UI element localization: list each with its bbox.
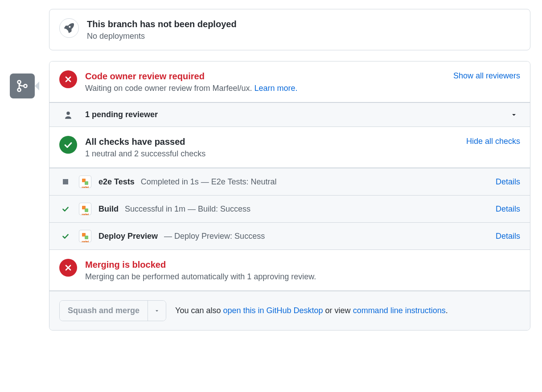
review-required-subtitle: Waiting on code owner review from Marfee… [85, 84, 520, 93]
check-row: marfeel BuildSuccessful in 1m — Build: S… [49, 195, 530, 222]
check-summary: Completed in 1s — E2e Tests: Neutral [141, 177, 277, 186]
check-summary: — Deploy Preview: Success [164, 232, 265, 241]
chevron-down-icon [510, 111, 517, 118]
merge-method-dropdown[interactable] [148, 301, 166, 321]
merging-blocked-subtitle: Merging can be performed automatically w… [85, 272, 520, 282]
app-avatar: marfeel [79, 203, 91, 215]
neutral-status-icon [59, 179, 72, 184]
pending-reviewers-toggle[interactable]: 1 pending reviewer [49, 102, 530, 127]
show-all-reviewers-link[interactable]: Show all reviewers [453, 71, 520, 80]
deployment-title: This branch has not been deployed [87, 18, 237, 30]
merging-blocked-title: Merging is blocked [85, 259, 520, 270]
svg-point-1 [18, 88, 21, 91]
check-summary: Successful in 1m — Build: Success [125, 204, 250, 213]
x-icon [59, 259, 77, 277]
details-link[interactable]: Details [496, 204, 520, 214]
app-avatar: marfeel [79, 176, 91, 188]
hide-all-checks-link[interactable]: Hide all checks [466, 137, 520, 146]
check-name: e2e Tests [99, 177, 135, 186]
footer-help-text: You can also open this in GitHub Desktop… [175, 306, 448, 315]
merge-status-box: Show all reviewers Code owner review req… [49, 61, 530, 331]
squash-and-merge-button[interactable]: Squash and merge [60, 301, 148, 321]
svg-point-0 [18, 81, 21, 84]
learn-more-link[interactable]: Learn more. [255, 84, 298, 93]
checks-passed-title: All checks have passed [85, 136, 520, 147]
checks-passed-subtitle: 1 neutral and 2 successful checks [85, 149, 520, 159]
app-avatar: marfeel [79, 230, 91, 242]
deployment-subtitle: No deployments [87, 32, 237, 41]
person-icon [59, 110, 77, 119]
check-name: Build [99, 204, 119, 213]
check-row: marfeel Deploy Preview— Deploy Preview: … [49, 222, 530, 249]
x-icon [59, 70, 77, 88]
command-line-instructions-link[interactable]: command line instructions [353, 306, 446, 315]
rocket-icon [59, 18, 79, 38]
check-row: marfeel e2e TestsCompleted in 1s — E2e T… [49, 168, 530, 195]
deployment-box: This branch has not been deployed No dep… [49, 9, 530, 50]
open-github-desktop-link[interactable]: open this in GitHub Desktop [223, 306, 323, 315]
check-name: Deploy Preview [99, 232, 158, 241]
pending-reviewers-text: 1 pending reviewer [85, 110, 158, 119]
check-icon [59, 136, 77, 154]
success-status-icon [59, 205, 72, 213]
git-merge-icon [10, 74, 35, 98]
svg-point-2 [24, 85, 27, 88]
success-status-icon [59, 232, 72, 240]
merge-button-group: Squash and merge [59, 300, 166, 321]
details-link[interactable]: Details [496, 177, 520, 187]
details-link[interactable]: Details [496, 232, 520, 241]
